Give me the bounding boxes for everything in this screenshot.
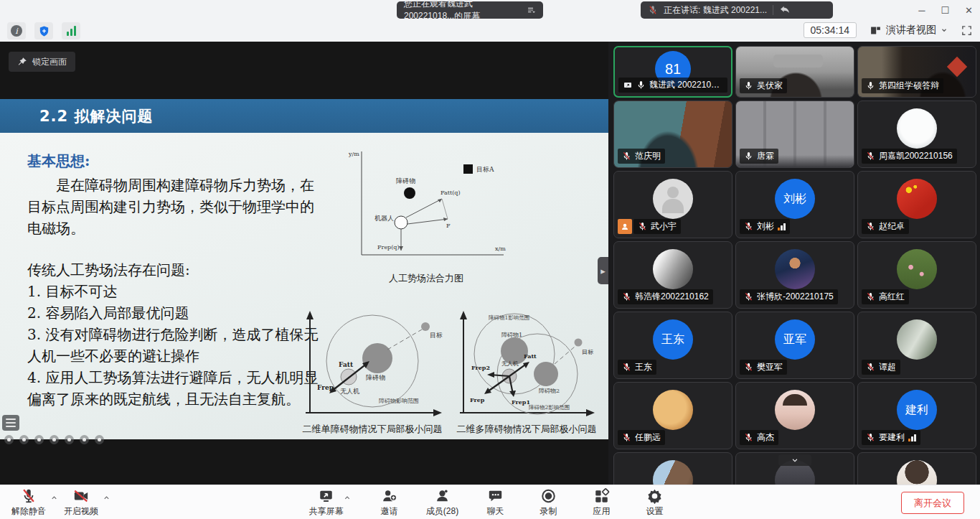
mic-status-icon (866, 81, 875, 90)
record-button[interactable]: 录制 (532, 488, 565, 518)
participant-tile[interactable] (613, 452, 732, 485)
participant-tile[interactable]: 武小宇 (613, 171, 732, 238)
network-status-button[interactable] (62, 22, 80, 39)
watching-banner[interactable]: 您正在观看魏进武 200221018...的屏幕 (397, 1, 543, 19)
avatar-text: 81 (665, 61, 681, 78)
lock-view-button[interactable]: 锁定画面 (9, 52, 75, 72)
annotation-more-icon[interactable] (95, 435, 104, 444)
participant-tile[interactable]: 高红红 (857, 241, 976, 309)
annotation-laser-icon[interactable] (19, 435, 29, 444)
participant-tile[interactable]: 刘彬 刘彬 (735, 171, 854, 238)
participant-tile[interactable]: 高杰 (735, 382, 854, 449)
participant-tile[interactable]: 吴伏家 (735, 46, 854, 98)
annotation-message-icon[interactable] (80, 435, 89, 444)
participant-avatar (775, 249, 815, 289)
reply-arrow-icon[interactable] (779, 4, 791, 16)
participant-tile[interactable]: 王东 王东 (613, 312, 732, 379)
participant-tile[interactable]: 第四组学硕答辩 (857, 46, 976, 98)
annotation-cursor-icon[interactable] (4, 435, 14, 444)
participant-badge: 赵纪卓 (862, 219, 909, 234)
invite-button[interactable]: 邀请 (373, 488, 406, 518)
participant-avatar: 王东 (653, 319, 693, 360)
svg-text:无人机: 无人机 (340, 388, 359, 395)
mic-muted-icon (648, 5, 658, 15)
maximize-button[interactable]: ☐ (941, 5, 949, 16)
unmute-button[interactable]: 解除静音 (11, 488, 46, 518)
collapse-videos-button[interactable] (778, 454, 811, 466)
participant-tile[interactable] (735, 452, 854, 485)
annotation-menu-toggle[interactable] (2, 415, 19, 431)
svg-text:Frep1: Frep1 (512, 398, 530, 406)
participant-tile[interactable]: 亚军 樊亚军 (735, 312, 854, 379)
fullscreen-button[interactable] (961, 24, 973, 37)
participant-tile[interactable]: 唐霖 (735, 100, 854, 168)
signal-bars-icon (67, 26, 76, 36)
participant-tile[interactable]: 任鹏远 (613, 382, 732, 449)
minimize-button[interactable]: ─ (918, 5, 925, 16)
slide-problems-title: 传统人工势场法存在问题: (27, 259, 320, 281)
participant-tile[interactable]: 范庆明 (613, 100, 732, 168)
svg-text:障碍物影响范围: 障碍物影响范围 (379, 398, 419, 404)
participant-avatar (897, 108, 937, 149)
slide-problem-item: 4. 应用人工势场算法进行避障后，无人机明显偏离了原来的既定航线，且无法自主复航… (27, 367, 320, 410)
participant-tile[interactable]: 建利 要建利 (857, 382, 976, 449)
svg-text:Fatt: Fatt (339, 361, 354, 368)
participant-tile[interactable] (857, 452, 976, 485)
settings-button[interactable]: 设置 (639, 488, 672, 518)
mic-status-icon (744, 151, 753, 161)
participant-badge-row: 魏进武 2002210181... (618, 78, 727, 93)
meeting-timer: 05:34:14 (804, 22, 857, 38)
annotation-select-icon[interactable] (50, 435, 59, 444)
participant-tile[interactable]: 周嘉凯2002210156 (857, 100, 976, 168)
panel-collapse-handle[interactable]: ▸ (598, 257, 608, 284)
toolbar-left: 解除静音 开启视频 (11, 485, 112, 519)
participant-avatar (897, 460, 937, 485)
annotation-screenshot-icon[interactable] (65, 435, 74, 444)
svg-text:Frep: Frep (470, 396, 485, 403)
mic-muted-icon (21, 488, 37, 504)
avatar-text: 亚军 (783, 332, 806, 347)
security-button[interactable] (34, 22, 53, 39)
video-options-chevron[interactable] (103, 494, 110, 502)
participant-tile[interactable]: 赵纪卓 (857, 171, 976, 238)
meeting-info-button[interactable]: i (7, 22, 26, 39)
participant-tile[interactable]: 张博欣-2002210175 (735, 241, 854, 309)
participant-badge: 武小宇 (633, 219, 681, 234)
speaking-banner: 正在讲话: 魏进武 200221... (641, 1, 833, 19)
leave-meeting-button[interactable]: 离开会议 (901, 492, 964, 514)
svg-text:障碍物2: 障碍物2 (539, 388, 560, 394)
main-area: 锁定画面 2.2 拟解决问题 基本思想: 是在障碍物周围构建障碍物斥力势场，在目… (0, 42, 980, 485)
avatar-text: 王东 (661, 332, 684, 347)
close-button[interactable]: ✕ (965, 5, 973, 16)
participant-name: 要建利 (879, 431, 905, 444)
share-screen-button[interactable]: 共享屏幕 (309, 488, 344, 518)
share-options-chevron[interactable] (344, 494, 352, 502)
svg-text:y/m: y/m (348, 151, 359, 157)
participant-badge-row: 赵纪卓 (862, 219, 909, 234)
start-video-button[interactable]: 开启视频 (64, 488, 98, 518)
participant-tile[interactable]: 韩浩锋2002210162 (613, 241, 732, 309)
participant-name: 周嘉凯2002210156 (879, 150, 953, 162)
participant-name: 谭超 (879, 361, 896, 373)
participant-badge: 第四组学硕答辩 (862, 78, 943, 93)
svg-text:目标: 目标 (430, 332, 443, 339)
participant-tile[interactable]: 81 魏进武 2002210181... (613, 46, 732, 98)
mic-status-icon (638, 222, 647, 231)
participant-name: 韩浩锋2002210162 (635, 291, 709, 303)
slide-problem-item: 1. 目标不可达 (27, 281, 320, 302)
svg-text:Frep(q): Frep(q) (377, 244, 400, 251)
annotation-pen-icon[interactable] (34, 435, 44, 444)
participant-tile[interactable]: 谭超 (857, 312, 976, 379)
apps-button[interactable]: 应用 (585, 488, 618, 518)
chat-button[interactable]: 聊天 (479, 488, 512, 518)
figure-caption: 二维单障碍物情况下局部极小问题 (296, 423, 449, 436)
participant-avatar (653, 179, 693, 219)
participant-badge: 樊亚军 (740, 360, 787, 375)
mic-options-chevron[interactable] (50, 494, 58, 502)
banner-list-icon[interactable] (527, 4, 536, 16)
mic-status-icon (622, 292, 631, 301)
record-icon (540, 488, 557, 504)
figure-multi-obstacle: 障碍物1影响范围 障碍物2影响范围 障碍物1 障碍物2 无人机 Fatt (452, 307, 601, 436)
members-button[interactable]: 成员(28) (426, 488, 459, 518)
view-mode-button[interactable]: 演讲者视图 (865, 22, 952, 38)
